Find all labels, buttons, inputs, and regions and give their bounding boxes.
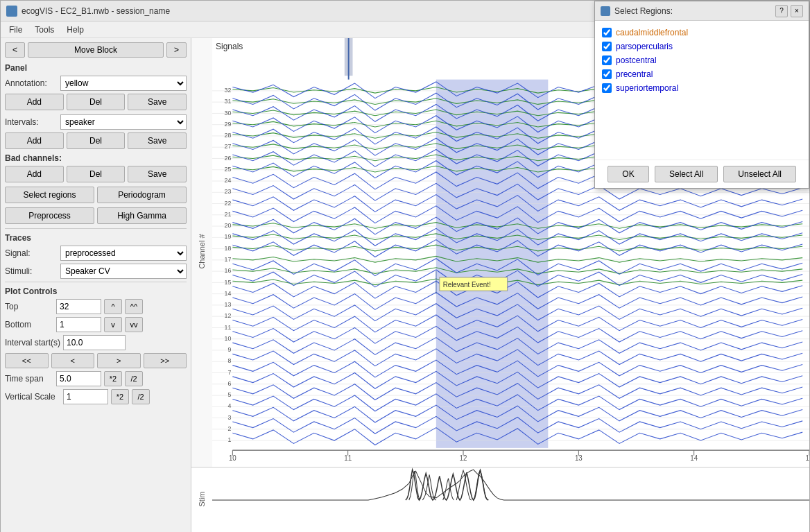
annotation-row: Annotation: yellow — [5, 76, 187, 91]
annotation-add-button[interactable]: Add — [5, 94, 64, 110]
prev-block-button[interactable]: < — [5, 42, 25, 58]
top-up2-button[interactable]: ^^ — [125, 299, 143, 314]
svg-text:23: 23 — [225, 188, 232, 195]
bottom-down2-button[interactable]: vv — [125, 317, 143, 332]
svg-text:19: 19 — [225, 233, 232, 240]
svg-text:17: 17 — [225, 256, 232, 263]
bottom-down-button[interactable]: v — [104, 317, 122, 332]
svg-text:8: 8 — [227, 357, 231, 364]
svg-text:3: 3 — [227, 413, 231, 420]
bad-channels-del-button[interactable]: Del — [67, 166, 126, 182]
nav-next2-button[interactable]: >> — [144, 353, 187, 368]
region-checkbox-precentral[interactable] — [602, 69, 612, 79]
stimuli-select[interactable]: Speaker CV — [60, 264, 187, 279]
move-block-button[interactable]: Move Block — [28, 42, 164, 58]
vertical-scale-control: Vertical Scale *2 /2 — [5, 389, 187, 404]
high-gamma-button[interactable]: High Gamma — [97, 207, 187, 224]
region-name-parsopercularis: parsopercularis — [616, 42, 673, 51]
vscale-mul2-button[interactable]: *2 — [111, 389, 129, 404]
top-label: Top — [5, 302, 53, 311]
bottom-input[interactable] — [56, 317, 101, 332]
annotation-del-button[interactable]: Del — [67, 94, 126, 110]
bottom-label: Bottom — [5, 320, 53, 329]
bad-channels-buttons: Add Del Save — [5, 166, 187, 182]
next-block-button[interactable]: > — [166, 42, 187, 58]
signal-row: Signal: preprocessed — [5, 246, 187, 261]
divider-1 — [5, 228, 187, 229]
main-window: ecogVIS - EC2_B1.nwb - session_name File… — [0, 0, 810, 532]
svg-text:25: 25 — [225, 166, 232, 173]
dialog-select-all-button[interactable]: Select All — [655, 166, 718, 182]
intervals-buttons: Add Del Save — [5, 132, 187, 149]
time-mul2-button[interactable]: *2 — [104, 371, 122, 386]
intervals-row: Intervals: speaker — [5, 114, 187, 130]
preprocess-button[interactable]: Preprocess — [5, 207, 94, 224]
nav-prev-button[interactable]: < — [51, 353, 95, 368]
svg-text:24: 24 — [225, 177, 232, 184]
dialog-help-button[interactable]: ? — [775, 5, 788, 17]
vertical-scale-input[interactable] — [63, 389, 108, 404]
stimuli-row: Stimuli: Speaker CV — [5, 264, 187, 279]
region-item-parsopercularis: parsopercularis — [602, 42, 802, 51]
bottom-control: Bottom v vv — [5, 317, 187, 332]
region-name-postcentral: postcentral — [616, 55, 657, 65]
dialog-title: Select Regions: — [614, 6, 673, 16]
signal-select[interactable]: preprocessed — [60, 246, 187, 261]
intervals-add-button[interactable]: Add — [5, 132, 64, 149]
region-checkbox-superiortemporal[interactable] — [602, 83, 612, 93]
time-span-input[interactable] — [56, 371, 101, 386]
top-input[interactable] — [56, 299, 101, 314]
select-regions-button[interactable]: Select regions — [5, 187, 94, 203]
svg-text:27: 27 — [225, 143, 232, 150]
svg-text:7: 7 — [227, 368, 231, 375]
bad-channels-label: Bad channels: — [5, 153, 62, 163]
dialog-unselect-all-button[interactable]: Unselect All — [723, 166, 796, 182]
menu-help[interactable]: Help — [61, 24, 89, 36]
stim-plot-area: Stim — [191, 467, 809, 532]
interval-start-control: Interval start(s) — [5, 335, 187, 350]
y-axis-label: Channel # — [195, 234, 209, 271]
svg-text:18: 18 — [225, 244, 232, 251]
select-regions-dialog: Select Regions: ? × caudalmiddlefrontal … — [594, 1, 809, 189]
annotation-select[interactable]: yellow — [60, 76, 187, 91]
dialog-close-button[interactable]: × — [791, 5, 803, 17]
region-item-postcentral: postcentral — [602, 55, 802, 65]
dialog-title-bar: Select Regions: ? × — [595, 1, 809, 21]
region-checkbox-parsopercularis[interactable] — [602, 42, 612, 51]
svg-text:Relevant Event!: Relevant Event! — [443, 280, 491, 289]
interval-start-label: Interval start(s) — [5, 338, 60, 347]
svg-text:4: 4 — [227, 402, 231, 409]
nav-prev2-button[interactable]: << — [5, 353, 49, 368]
menu-tools[interactable]: Tools — [29, 24, 60, 36]
region-name-precentral: precentral — [616, 69, 653, 79]
plot-controls-label: Plot Controls — [5, 286, 187, 296]
stimuli-label: Stimuli: — [5, 266, 60, 276]
top-up-button[interactable]: ^ — [104, 299, 122, 314]
svg-text:2: 2 — [227, 425, 231, 432]
nav-next-button[interactable]: > — [97, 353, 141, 368]
bad-channels-save-button[interactable]: Save — [128, 166, 187, 182]
panel-section-label: Panel — [5, 63, 187, 73]
region-name-superiortemporal: superiortemporal — [616, 83, 678, 93]
signals-label: Signals — [216, 42, 243, 51]
intervals-del-button[interactable]: Del — [67, 132, 126, 149]
periodogram-button[interactable]: Periodogram — [97, 187, 187, 203]
svg-text:16: 16 — [225, 267, 232, 274]
vscale-div2-button[interactable]: /2 — [132, 389, 150, 404]
menu-file[interactable]: File — [3, 24, 28, 36]
intervals-select[interactable]: speaker — [60, 114, 187, 130]
signal-label: Signal: — [5, 248, 60, 258]
svg-rect-2 — [348, 38, 350, 80]
annotation-save-button[interactable]: Save — [128, 94, 187, 110]
intervals-save-button[interactable]: Save — [128, 132, 187, 149]
annotation-label: Annotation: — [5, 78, 60, 88]
svg-text:6: 6 — [227, 380, 231, 387]
region-checkbox-caudalmiddlefrontal[interactable] — [602, 28, 612, 37]
bad-channels-add-button[interactable]: Add — [5, 166, 64, 182]
dialog-ok-button[interactable]: OK — [608, 166, 649, 182]
stim-label: Stim — [195, 492, 209, 509]
interval-start-input[interactable] — [63, 335, 126, 350]
time-div2-button[interactable]: /2 — [125, 371, 143, 386]
region-checkbox-postcentral[interactable] — [602, 55, 612, 65]
svg-text:32: 32 — [225, 87, 232, 94]
